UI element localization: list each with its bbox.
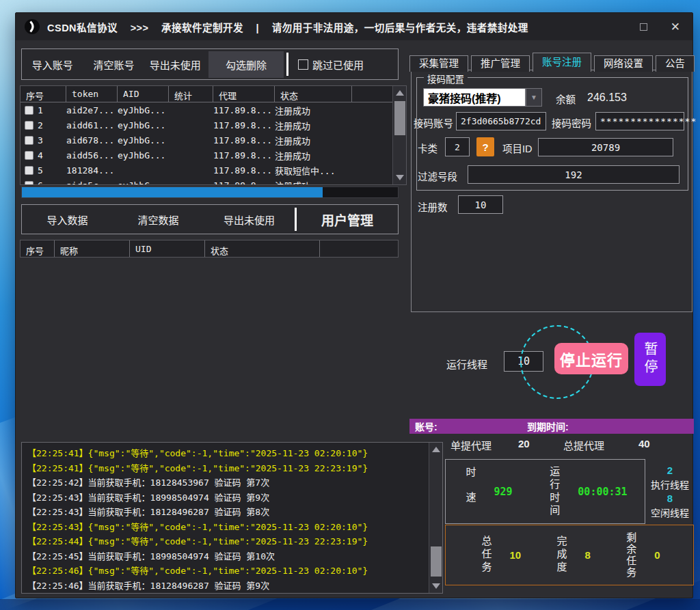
row-number: 3 <box>38 135 43 145</box>
row-number: 1 <box>38 105 43 115</box>
accounts-table: 序号tokenAID统计代理状态 1 aid2e7... eyJhbG... <box>20 85 407 185</box>
log-line: 【22:25:44】{"msg":"等待","code":-1,"time":"… <box>27 534 423 549</box>
column-header[interactable]: 序号 <box>21 86 66 102</box>
chevron-down-icon[interactable]: ▼ <box>526 88 542 107</box>
total-proxy-label: 总提代理 <box>563 438 604 452</box>
sms-provider-select[interactable]: 豪猪接码(推荐) <box>423 88 526 107</box>
accounts-toolbar: 导入账号 清空账号 导出未使用 勾选删除 跳过已使用 <box>21 48 399 80</box>
row-checkbox[interactable] <box>25 106 33 115</box>
row-checkbox[interactable] <box>25 181 33 185</box>
scroll-up-icon[interactable] <box>396 90 404 96</box>
maximize-icon[interactable] <box>640 23 647 31</box>
card-type-field[interactable]: 2 <box>445 137 470 156</box>
row-checkbox[interactable] <box>25 136 33 145</box>
import-data-button[interactable]: 导入数据 <box>22 206 113 233</box>
column-header[interactable]: 昵称 <box>55 240 130 257</box>
scroll-down-icon[interactable] <box>432 583 440 589</box>
app-name: CSDN私信协议 <box>47 23 118 33</box>
data-toolbar: 导入数据 清空数据 导出未使用 用户管理 <box>21 204 399 234</box>
sms-password-field[interactable]: **************** <box>595 112 684 130</box>
remaining-tasks-label: 剩余任务 <box>623 532 638 579</box>
column-header[interactable]: token <box>66 86 118 102</box>
sms-account-field[interactable]: 2f3d0665b8772cd <box>456 112 546 130</box>
stop-run-button[interactable]: 停止运行 <box>554 343 628 374</box>
project-id-label: 项目ID <box>502 141 533 155</box>
groupbox-title: 接码配置 <box>424 72 468 85</box>
cell-proxy: 117.89.8... <box>213 180 275 185</box>
done-tasks-value: 8 <box>585 549 591 561</box>
cell-status: 注册成功 <box>275 179 392 185</box>
cell-status: 注册成功 <box>275 104 392 117</box>
title-service: 承接软件定制开发 <box>161 23 243 33</box>
total-tasks-label: 总任务 <box>479 536 493 574</box>
skip-used-checkbox[interactable] <box>298 59 308 70</box>
cell-proxy: 117.89.8... <box>213 135 275 145</box>
help-button[interactable]: ? <box>476 137 494 156</box>
cell-aid: eyJhbG... <box>118 150 169 161</box>
license-bar: 账号: 到期时间: <box>409 419 694 434</box>
runtime-label: 运行时间 <box>547 466 561 518</box>
done-tasks-label: 完成度 <box>554 536 569 574</box>
row-checkbox[interactable] <box>25 151 33 160</box>
exec-threads-value: 2 <box>667 465 673 476</box>
user-management-button[interactable]: 用户管理 <box>297 210 398 229</box>
cell-proxy: 117.89.8... <box>213 105 275 115</box>
tab[interactable]: 公告 <box>656 55 695 72</box>
app-window: CSDN私信协议 >>> 承接软件定制开发 | 请勿用于非法用途，一切后果与作者… <box>15 12 693 598</box>
log-scrollbar[interactable] <box>429 443 442 593</box>
exec-threads-label: 执行线程 <box>651 477 689 491</box>
row-checkbox[interactable] <box>25 121 33 130</box>
tab[interactable]: 推广管理 <box>471 55 530 72</box>
tab-label: 采集管理 <box>419 58 459 69</box>
close-icon[interactable]: ✕ <box>671 21 680 33</box>
speed-value: 929 <box>494 486 512 498</box>
scrollbar-thumb[interactable] <box>431 546 442 577</box>
row-checkbox[interactable] <box>25 166 33 175</box>
cell-proxy: 117.89.8... <box>213 120 275 130</box>
column-header[interactable]: AID <box>118 86 169 102</box>
balance-value: 246.153 <box>587 92 627 104</box>
tab-bar: 采集管理推广管理账号注册网络设置公告 <box>409 53 695 72</box>
scroll-down-icon[interactable] <box>396 175 404 180</box>
column-header[interactable]: 代理 <box>213 86 275 102</box>
column-header[interactable]: 状态 <box>275 86 352 102</box>
cell-token: 181284... <box>66 165 118 176</box>
cell-token: aidd56... <box>66 150 118 161</box>
cell-token: aidd61... <box>66 120 118 130</box>
tab-label: 账号注册 <box>542 57 582 68</box>
export-unused-data-button[interactable]: 导出未使用 <box>204 206 295 233</box>
log-panel: 【22:25:41】{"msg":"等待","code":-1,"time":"… <box>21 442 443 594</box>
cell-aid: eyJhbG... <box>118 135 169 145</box>
idle-threads-value: 8 <box>667 493 673 504</box>
table-row[interactable]: 5 181284... 117.89.8... 获取短信中... <box>21 163 392 178</box>
table-row[interactable]: 4 aidd56... eyJhbG... 117.89.8... 注册成功 <box>21 148 392 163</box>
table-row[interactable]: 3 aid678... eyJhbG... 117.89.8... 注册成功 <box>21 133 392 148</box>
column-header[interactable]: 状态 <box>205 240 320 257</box>
clear-accounts-button[interactable]: 清空账号 <box>83 51 145 78</box>
export-unused-accounts-button[interactable]: 导出未使用 <box>144 51 206 78</box>
tab[interactable]: 网络设置 <box>594 55 653 72</box>
clear-data-button[interactable]: 清空数据 <box>113 206 204 233</box>
column-header[interactable]: 统计 <box>169 86 213 102</box>
scrollbar-thumb[interactable] <box>394 101 405 135</box>
column-header[interactable]: 序号 <box>21 240 55 257</box>
column-header[interactable]: UID <box>130 240 205 257</box>
row-number: 6 <box>38 180 43 185</box>
table-row[interactable]: 6 aida5c... eyJhbG... 117.89.8... 注册成功 <box>21 178 392 184</box>
cell-status: 获取短信中... <box>275 164 392 177</box>
tab[interactable]: 采集管理 <box>409 55 468 72</box>
import-accounts-button[interactable]: 导入账号 <box>22 51 83 78</box>
register-count-field[interactable]: 10 <box>458 195 503 214</box>
skip-used-option[interactable]: 跳过已使用 <box>288 57 398 72</box>
table-row[interactable]: 1 aid2e7... eyJhbG... 117.89.8... 注册成功 <box>21 102 392 117</box>
project-id-field[interactable]: 20789 <box>538 138 673 156</box>
pause-button[interactable]: 暂停 <box>634 333 666 386</box>
cell-status: 注册成功 <box>275 149 392 162</box>
tab[interactable]: 账号注册 <box>533 53 591 72</box>
table-row[interactable]: 2 aidd61... eyJhbG... 117.89.8... 注册成功 <box>21 117 392 133</box>
delete-checked-button[interactable]: 勾选删除 <box>208 51 284 78</box>
title-warning: 请勿用于非法用途，一切后果与作者无关，违者禁封处理 <box>272 23 528 33</box>
filter-prefix-field[interactable]: 192 <box>468 165 679 184</box>
log-line: 【22:25:46】当前获取手机：18128496287 验证码 第9次 <box>27 579 423 594</box>
accounts-table-scrollbar[interactable] <box>392 86 406 184</box>
